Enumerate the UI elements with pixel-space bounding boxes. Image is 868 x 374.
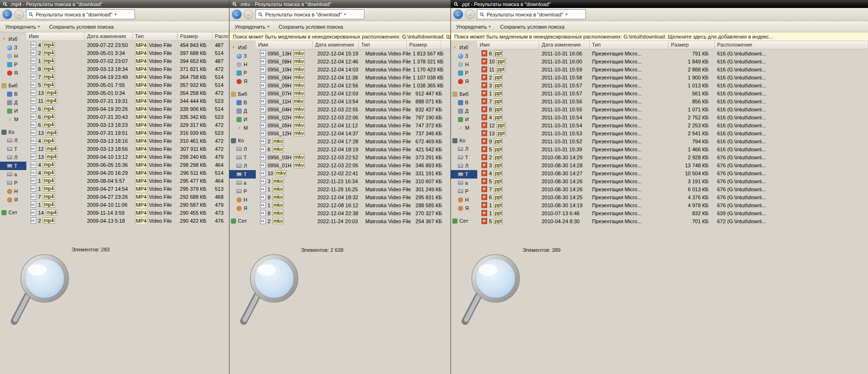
organize-button[interactable]: Упорядочить ▾ — [5, 24, 39, 30]
file-row[interactable]: 6mkv2022-12-04 18:19Matroska Video File4… — [256, 145, 450, 153]
column-header-Имя[interactable]: Имя — [26, 32, 85, 40]
file-row[interactable]: 2mkv2022-12-04 17:28Matroska Video File6… — [256, 137, 450, 145]
column-header-Размер[interactable]: Размер — [178, 32, 213, 40]
sidebar-item-6[interactable]: В — [0, 90, 26, 98]
file-row[interactable]: P1ppt2010-08-30 14:19Презентация Micro..… — [477, 201, 868, 209]
sidebar-item-19[interactable]: Сет — [229, 217, 256, 225]
sidebar-item-12[interactable]: Т — [451, 153, 477, 162]
file-row[interactable]: P5ppt2011-10-31 15:39Презентация Micro..… — [477, 145, 868, 153]
chevron-down-icon[interactable]: ▾ — [566, 12, 568, 16]
file-row[interactable]: 1mp42009-08-04 5:57MP4 Video File295 477… — [26, 177, 229, 185]
indexing-notification-bar[interactable]: Поиск может быть медленным в неиндексиро… — [451, 32, 868, 41]
sidebar-item-17[interactable]: Н — [0, 187, 26, 195]
sidebar-item-14[interactable]: Т — [229, 170, 256, 179]
file-row[interactable]: 0956_03Hmkv2022-12-03 22:52Matroska Vide… — [256, 153, 450, 161]
organize-button[interactable]: Упорядочить ▾ — [235, 24, 269, 30]
sidebar-item-13[interactable]: Л — [229, 162, 256, 170]
file-row[interactable]: 2mp42009-04-13 5:18MP4 Video File290 422… — [26, 217, 229, 225]
file-row[interactable]: 1mkv2022-12-08 16:12Matroska Video File2… — [256, 201, 450, 209]
chevron-down-icon[interactable]: ▾ — [115, 12, 117, 16]
sidebar-item-0[interactable]: Изб — [229, 43, 256, 52]
sidebar-item-0[interactable]: Изб — [0, 35, 26, 43]
column-header-Дата изменения[interactable]: Дата изменения — [313, 41, 359, 49]
sidebar-item-12[interactable]: Т — [0, 145, 26, 153]
sidebar-item-2[interactable]: Н — [229, 60, 256, 69]
file-row[interactable]: P13ppt2011-10-31 15:53Презентация Micro.… — [477, 129, 868, 137]
sidebar-item-16[interactable]: Р — [229, 187, 256, 195]
forward-button[interactable]: → — [244, 9, 253, 19]
sidebar-item-9[interactable]: М — [229, 124, 256, 132]
sidebar-item-10[interactable]: Ко — [229, 136, 256, 145]
file-row[interactable]: 4mp42009-06-05 15:36MP4 Video File298 29… — [26, 161, 229, 169]
sidebar-item-7[interactable]: Д — [451, 107, 477, 115]
sidebar-item-7[interactable]: Д — [229, 107, 256, 115]
chevron-down-icon[interactable]: ▾ — [344, 12, 346, 16]
file-row[interactable]: P2ppt2011-10-31 15:58Презентация Micro..… — [477, 73, 868, 81]
file-row[interactable]: 1mkv2022-11-29 16:25Matroska Video File3… — [256, 185, 450, 193]
file-row[interactable]: P10ppt2011-10-31 16:00Презентация Micro.… — [477, 57, 868, 65]
title-bar[interactable]: .ppt - Результаты поиска в "download" — [451, 0, 868, 8]
sidebar-item-19[interactable]: Сет — [0, 208, 26, 217]
file-row[interactable]: 1mp42009-04-27 14:54MP4 Video File295 37… — [26, 185, 229, 193]
title-bar[interactable]: .mp4 - Результаты поиска в "download" — [0, 0, 229, 8]
file-row[interactable]: 14mp42009-11-14 3:59MP4 Video File290 45… — [26, 209, 229, 217]
sidebar-item-3[interactable]: Р — [0, 60, 26, 69]
sidebar-item-1[interactable]: З — [451, 52, 477, 60]
sidebar-item-15[interactable]: а — [451, 179, 477, 187]
file-row[interactable]: P12ppt2011-10-31 15:54Презентация Micro.… — [477, 121, 868, 129]
file-row[interactable]: 2mp42009-05-01 3:34MP4 Video File397 688… — [26, 49, 229, 57]
sidebar-item-6[interactable]: В — [229, 98, 256, 107]
file-row[interactable]: P2ppt2010-08-30 14:29Презентация Micro..… — [477, 153, 868, 161]
file-row[interactable]: 7mp42009-04-19 23:49MP4 Video File364 75… — [26, 73, 229, 81]
file-row[interactable]: 0956_12Hmkv2022-12-04 14:37Matroska Vide… — [256, 129, 450, 137]
file-row[interactable]: 0956_08Hmkv2022-12-04 12:46Matroska Vide… — [256, 57, 450, 65]
file-row[interactable]: 0956_13Hmkv2022-12-04 15:19Matroska Vide… — [256, 49, 450, 57]
back-button[interactable]: ← — [2, 9, 12, 19]
file-row[interactable]: P1ppt2011-10-31 15:57Презентация Micro..… — [477, 89, 868, 97]
forward-button[interactable]: → — [465, 9, 475, 19]
file-row[interactable]: 1mp42009-04-10 11:06MP4 Video File290 58… — [26, 201, 229, 209]
file-row[interactable]: 0956_09Hmkv2022-12-04 12:56Matroska Vide… — [256, 81, 450, 89]
column-header-Дата изменения[interactable]: Дата изменения — [85, 32, 133, 40]
file-row[interactable]: 11mp42009-07-31 19:31MP4 Video File344 4… — [26, 97, 229, 105]
file-row[interactable]: 0956_07Hmkv2022-12-04 12:03Matroska Vide… — [256, 89, 450, 97]
sidebar-item-16[interactable]: Р — [451, 187, 477, 195]
file-row[interactable]: 0956_02Hmkv2022-12-03 22:06Matroska Vide… — [256, 113, 450, 121]
sidebar-item-8[interactable]: И — [229, 115, 256, 124]
file-row[interactable]: 3mkv2022-11-23 16:34Matroska Video File3… — [256, 177, 450, 185]
sidebar-item-3[interactable]: Р — [451, 69, 477, 77]
file-row[interactable]: P7ppt2010-08-30 14:26Презентация Micro..… — [477, 185, 868, 193]
save-search-button[interactable]: Сохранить условия поиска — [500, 24, 564, 30]
sidebar-item-4[interactable]: Я — [451, 77, 477, 86]
file-row[interactable]: 4mp42009-03-13 18:16MP4 Video File310 46… — [26, 137, 229, 145]
sidebar-item-2[interactable]: Н — [451, 60, 477, 69]
file-row[interactable]: 4mp42009-04-20 16:29MP4 Video File296 51… — [26, 169, 229, 177]
file-row[interactable]: 6mp42009-04-19 20:26MP4 Video File339 90… — [26, 105, 229, 113]
column-header-Тип[interactable]: Тип — [590, 41, 669, 49]
file-row[interactable]: P4ppt2011-10-31 15:54Презентация Micro..… — [477, 113, 868, 121]
file-row[interactable]: 13mp42009-05-01 0:34MP4 Video File354 25… — [26, 89, 229, 97]
sidebar-item-13[interactable]: Л — [0, 153, 26, 162]
sidebar-item-11[interactable]: Л — [451, 145, 477, 153]
sidebar-item-5[interactable]: Биб — [0, 81, 26, 90]
sidebar-item-5[interactable]: Биб — [229, 90, 256, 98]
sidebar-item-1[interactable]: З — [229, 52, 256, 60]
file-row[interactable]: 8mkv2022-12-04 22:38Matroska Video File2… — [256, 209, 450, 217]
sidebar-item-8[interactable]: И — [451, 115, 477, 124]
file-row[interactable]: 12mp42009-03-13 18:56MP4 Video File307 9… — [26, 145, 229, 153]
sidebar-item-4[interactable]: Я — [0, 69, 26, 77]
organize-button[interactable]: Упорядочить ▾ — [456, 24, 490, 30]
sidebar-item-18[interactable]: Я — [451, 204, 477, 212]
back-button[interactable]: ← — [453, 9, 463, 19]
column-header-Имя[interactable]: Имя — [256, 41, 313, 49]
address-bar[interactable]: Результаты поиска в "download" ▾ — [26, 9, 135, 19]
file-row[interactable]: 9mkv2022-12-04 18:32Matroska Video File2… — [256, 193, 450, 201]
indexing-notification-bar[interactable]: Поиск может быть медленным в неиндексиро… — [229, 32, 450, 41]
file-row[interactable]: 4mp42009-07-22 23:50MP4 Video File454 84… — [26, 41, 229, 49]
file-row[interactable]: 13mp42009-04-10 13:12MP4 Video File299 2… — [26, 153, 229, 161]
save-search-button[interactable]: Сохранить условия поиска — [278, 24, 343, 30]
file-row[interactable]: 6mp42009-03-13 18:23MP4 Video File329 31… — [26, 121, 229, 129]
forward-button[interactable]: → — [14, 9, 24, 19]
sidebar-item-15[interactable]: а — [0, 170, 26, 179]
file-row[interactable]: 0956_10Hmkv2022-12-04 14:03Matroska Vide… — [256, 65, 450, 73]
